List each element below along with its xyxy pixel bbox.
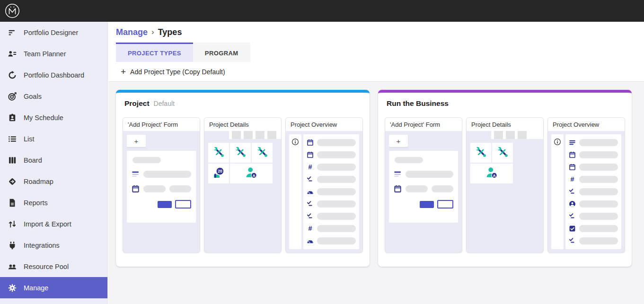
form-buttons-row [394,200,453,208]
form-fields-placeholder [389,151,458,223]
app-logo[interactable] [4,3,20,19]
tool-icon [256,146,269,160]
field-value-placeholder [317,237,356,244]
tool-icon [212,146,225,160]
overview-field-row [307,137,356,149]
details-tiles: 20A [204,139,281,187]
checklist-icon [569,213,576,220]
sidebar-item-goals[interactable]: Goals [0,86,107,107]
main-area: Manage › Types PROJECT TYPES PROGRAM + A… [108,22,644,304]
plus-icon: + [121,67,126,76]
overview-field-row [569,161,618,174]
sidebar-item-team-planner[interactable]: Team Planner [0,43,107,64]
tab-project-types[interactable]: PROJECT TYPES [116,43,193,62]
info-icon [554,138,561,249]
sidebar-item-label: Resource Pool [24,263,69,270]
card-panels: 'Add Project' Form+Project Details20APro… [123,114,363,253]
tab-placeholder [494,131,503,139]
custom-field-tile [470,143,491,163]
skeleton-placeholder [432,185,454,192]
goals-icon [7,91,18,102]
project-type-card[interactable]: ProjectDefault'Add Project' Form+Project… [116,90,370,267]
field-value-placeholder [317,139,356,146]
overview-body: # [548,131,625,252]
tool-icon [475,146,487,160]
add-project-form-panel-title: 'Add Project' Form [385,118,462,131]
add-project-form-panel-title: 'Add Project' Form [123,118,200,131]
details-tabs-placeholder [204,131,281,139]
overview-field-row [569,186,618,198]
sidebar-item-roadmap[interactable]: Roadmap [0,171,107,192]
svg-text:20: 20 [218,169,222,174]
svg-text:#: # [571,176,574,183]
sidebar-item-reports[interactable]: Reports [0,192,107,213]
field-value-placeholder [317,164,356,171]
calendar-icon [569,151,576,158]
field-value-placeholder [317,151,356,158]
add-project-type-label: Add Project Type (Copy Default) [130,68,225,76]
sidebar-item-my-schedule[interactable]: My Schedule [0,107,107,128]
sidebar-item-board[interactable]: Board [0,149,107,171]
manage-icon [7,283,18,293]
overview-field-row [307,174,356,186]
form-fields-placeholder [127,151,196,223]
field-value-placeholder [579,200,618,208]
assign-icon: A [245,167,258,181]
tile-row [208,143,277,163]
budget-tile: 20 [208,164,229,183]
overview-field-row [307,198,356,210]
project-details-panel-title: Project Details [467,118,543,131]
board-icon [7,155,18,165]
field-value-placeholder [579,237,618,244]
sidebar-item-import-export[interactable]: Import & Export [0,213,107,235]
form-row [394,185,453,193]
breadcrumb-manage[interactable]: Manage [116,27,148,37]
card-panels: 'Add Project' Form+Project DetailsAProje… [385,114,625,253]
tab-placeholder [232,131,241,139]
tab-program[interactable]: PROGRAM [193,43,250,62]
overview-info-column [289,134,301,249]
overview-field-row [569,198,618,210]
gauge-icon [307,237,314,244]
portfolio-dashboard-icon [7,70,18,80]
overview-field-row [569,137,618,149]
overview-field-row: # [569,174,618,186]
custom-field-tile [492,143,513,163]
field-value-placeholder [579,213,618,220]
hash-icon: # [307,164,314,171]
sidebar-item-label: Reports [24,199,48,207]
checklist-icon [307,200,314,208]
plus-icon: + [134,137,139,145]
overview-field-row [307,186,356,198]
portfolio-designer-icon [7,27,18,38]
calendar-icon [307,151,314,158]
checkbox-icon [569,225,576,232]
add-project-type-button[interactable]: + Add Project Type (Copy Default) [121,67,225,76]
sidebar-item-integrations[interactable]: Integrations [0,235,107,256]
field-value-placeholder [579,164,618,171]
sidebar-item-manage[interactable]: Manage [0,277,107,298]
save-button-placeholder [158,201,172,208]
project-overview-panel: Project Overview## [285,117,363,253]
tab-placeholder [267,131,276,139]
save-button-placeholder [420,201,434,208]
details-tiles: A [467,139,543,187]
field-value-placeholder [579,188,618,195]
import-export-icon [7,219,18,229]
project-details-panel: Project DetailsA [466,117,544,253]
active-tab-placeholder [467,131,491,139]
sidebar-item-portfolio-dashboard[interactable]: Portfolio Dashboard [0,64,107,86]
sidebar-item-resource-pool[interactable]: Resource Pool [0,256,107,277]
project-details-panel: Project Details20A [204,117,282,253]
tab-placeholder [256,131,265,139]
breadcrumb: Manage › Types [108,22,644,43]
project-type-card[interactable]: Run the Business'Add Project' Form+Proje… [378,90,632,267]
assign-resource-tile: A [470,164,513,183]
sidebar-item-portfolio-designer[interactable]: Portfolio Designer [0,22,107,43]
sidebar-nav: Portfolio DesignerTeam PlannerPortfolio … [0,22,108,304]
project-overview-panel: Project Overview# [547,117,625,253]
form-buttons-row [132,200,191,208]
plus-icon: + [397,137,401,145]
sidebar-item-list[interactable]: List [0,128,107,149]
add-project-form-panel: 'Add Project' Form+ [385,117,462,253]
